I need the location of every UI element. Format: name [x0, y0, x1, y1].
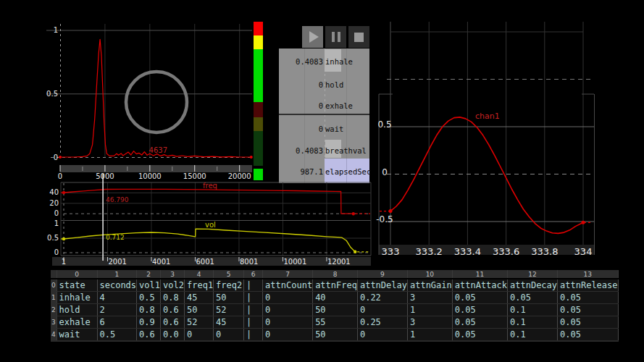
hold-value[interactable]: 0: [279, 80, 323, 90]
table-cell[interactable]: 0: [214, 329, 244, 342]
endpoint-dot: [62, 191, 65, 194]
meter-segment: [254, 22, 263, 35]
header-cell[interactable]: attnFreq: [313, 279, 358, 292]
header-cell[interactable]: vol1: [137, 279, 161, 292]
table-cell[interactable]: 0: [184, 329, 213, 342]
table-cell[interactable]: |: [244, 292, 263, 304]
table-cell[interactable]: 45: [214, 316, 244, 329]
scope-xtick-label: 12001: [327, 258, 351, 266]
table-cell[interactable]: 0.6: [137, 329, 161, 342]
spectrum-xtick-label: 10000: [138, 173, 162, 180]
breathval-value[interactable]: 0.4083: [279, 146, 323, 156]
table-cell[interactable]: 0.05: [558, 304, 618, 316]
endpoint-dot: [389, 209, 393, 213]
header-cell[interactable]: state: [57, 279, 97, 292]
panel-row-hold: 0hold: [279, 80, 369, 90]
table-cell[interactable]: 0.9: [137, 316, 161, 329]
table-cell[interactable]: 0.25: [357, 316, 407, 329]
table-cell[interactable]: 52: [214, 304, 244, 316]
header-cell[interactable]: attnAttack: [452, 279, 507, 292]
table-cell[interactable]: hold: [57, 304, 97, 316]
table-cell[interactable]: 0.0: [161, 329, 185, 342]
table-cell[interactable]: 0.1: [508, 304, 558, 316]
table-cell[interactable]: exhale: [57, 316, 97, 329]
table-cell[interactable]: 45: [184, 292, 213, 304]
table-cell[interactable]: 50: [313, 304, 358, 316]
spectrum-ytick-label: 0.5: [46, 90, 58, 98]
table-cell[interactable]: 0: [357, 304, 407, 316]
pause-button[interactable]: [325, 26, 346, 48]
table-cell[interactable]: 0: [263, 316, 313, 329]
header-cell[interactable]: vol2: [161, 279, 185, 292]
table-cell[interactable]: 52: [184, 316, 213, 329]
table-cell[interactable]: 4: [97, 292, 137, 304]
header-cell[interactable]: attnDelay: [357, 279, 407, 292]
panel-row-wait: 0wait: [279, 124, 369, 134]
table-cell[interactable]: 1: [407, 329, 452, 342]
table-cell[interactable]: 0.6: [161, 304, 185, 316]
table-cell[interactable]: 50: [214, 292, 244, 304]
header-cell[interactable]: attnDecay: [508, 279, 558, 292]
table-cell[interactable]: 0.22: [357, 292, 407, 304]
wait-value[interactable]: 0: [279, 124, 323, 134]
meter-segment: [254, 169, 263, 180]
table-cell[interactable]: 0.05: [558, 329, 618, 342]
table-cell[interactable]: 6: [97, 316, 137, 329]
table-cell[interactable]: 50: [313, 329, 358, 342]
table-cell[interactable]: 0.1: [508, 329, 558, 342]
table-cell[interactable]: 0.05: [452, 292, 507, 304]
header-cell[interactable]: freq1: [184, 279, 213, 292]
table-cell[interactable]: 0.5: [137, 292, 161, 304]
header-cell[interactable]: attnRelease: [558, 279, 618, 292]
table-cell[interactable]: 0: [263, 292, 313, 304]
col-index-0: 0: [57, 270, 97, 279]
table-cell[interactable]: |: [244, 329, 263, 342]
table-cell[interactable]: 0.05: [452, 329, 507, 342]
spectrum-xtick-label: 15000: [183, 173, 206, 180]
elapsedSec-value[interactable]: 987.1: [279, 167, 323, 177]
table-cell[interactable]: 0: [357, 329, 407, 342]
header-cell[interactable]: freq2: [214, 279, 244, 292]
table-cell[interactable]: 0.05: [558, 292, 618, 304]
table-cell[interactable]: 0.6: [161, 316, 185, 329]
table-cell[interactable]: 0.8: [161, 292, 185, 304]
header-cell[interactable]: attnGain: [407, 279, 452, 292]
header-cell[interactable]: |: [244, 279, 263, 292]
table-cell[interactable]: 55: [313, 316, 358, 329]
table-cell[interactable]: wait: [57, 329, 97, 342]
stop-button[interactable]: [348, 26, 369, 48]
data-table: 0123456789101112130statesecondsvol1vol2f…: [51, 270, 619, 342]
table-cell[interactable]: |: [244, 316, 263, 329]
table-cell[interactable]: 50: [184, 304, 213, 316]
table-cell[interactable]: 0: [263, 304, 313, 316]
breath-circle: [126, 72, 187, 132]
header-cell[interactable]: seconds: [97, 279, 137, 292]
table-cell[interactable]: 3: [407, 316, 452, 329]
table-cell[interactable]: 0.05: [452, 316, 507, 329]
chan1-ytick-label: 0.5: [377, 120, 391, 129]
table-cell[interactable]: 2: [97, 304, 137, 316]
table-cell[interactable]: 0.8: [137, 304, 161, 316]
table-cell[interactable]: inhale: [57, 292, 97, 304]
table-cell[interactable]: 0.05: [452, 304, 507, 316]
elapsedSec-label: elapsedSec: [325, 167, 371, 177]
transport-bar: [302, 26, 369, 48]
wait-label: wait: [325, 124, 343, 134]
annotation-0.712: 0.712: [106, 235, 125, 241]
col-index-6: 6: [244, 270, 263, 279]
table-cell[interactable]: 0.05: [508, 292, 558, 304]
header-cell[interactable]: attnCount: [263, 279, 313, 292]
row-index-0: 0: [51, 279, 57, 292]
table-cell[interactable]: 0.5: [97, 329, 137, 342]
table-cell[interactable]: 0.1: [508, 316, 558, 329]
play-button[interactable]: [302, 26, 323, 48]
table-cell[interactable]: 40: [313, 292, 358, 304]
table-cell[interactable]: 0: [263, 329, 313, 342]
inhale-value[interactable]: 0.4083: [279, 56, 323, 67]
table-cell[interactable]: 3: [407, 292, 452, 304]
exhale-value[interactable]: 0: [279, 101, 323, 111]
table-cell[interactable]: 1: [407, 304, 452, 316]
spectrum-series: [60, 39, 251, 157]
table-cell[interactable]: 0.05: [558, 316, 618, 329]
table-cell[interactable]: |: [244, 304, 263, 316]
